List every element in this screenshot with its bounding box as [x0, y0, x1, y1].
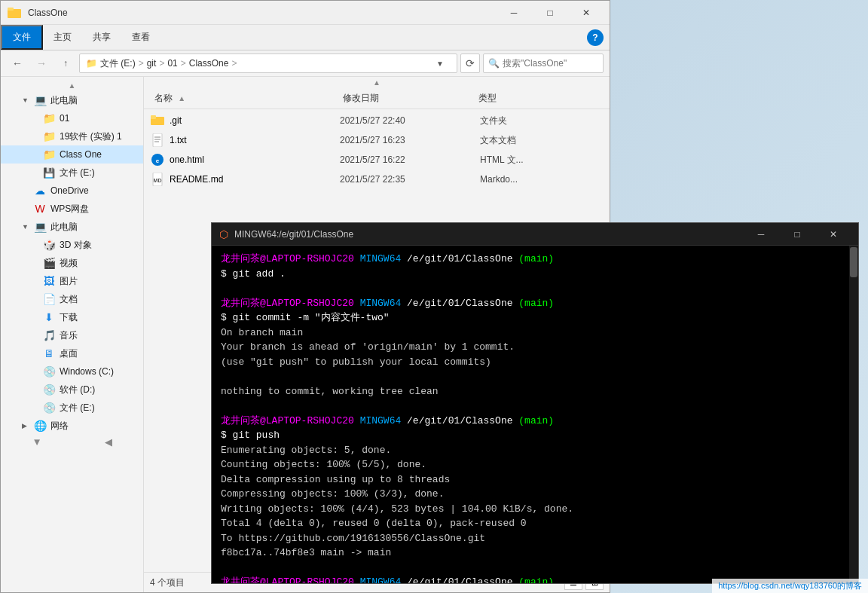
terminal-line-3: 龙井问茶@LAPTOP-RSHOJC20 MINGW64 /e/git/01/C… — [221, 414, 840, 429]
sidebar-item-onedrive[interactable]: ☁ OneDrive — [1, 182, 143, 200]
sidebar-item-thispc[interactable]: ▼ 💻 此电脑 — [1, 91, 143, 109]
file-type-html: HTML 文... — [480, 154, 604, 167]
maximize-button[interactable]: □ — [533, 1, 567, 25]
sidebar-label-desktop: 桌面 — [60, 347, 78, 360]
back-button[interactable]: ← — [7, 54, 28, 72]
pictures-icon: 🖼 — [43, 275, 55, 287]
close-button[interactable]: ✕ — [569, 1, 604, 25]
search-box[interactable]: 🔍 — [483, 53, 604, 73]
music-icon: 🎵 — [43, 329, 55, 341]
sidebar-label-19: 19软件 (实验) 1 — [60, 130, 122, 143]
sidebar-item-video[interactable]: 🎬 视频 — [1, 254, 143, 272]
tab-file[interactable]: 文件 — [1, 25, 43, 50]
terminal-blank-2 — [221, 369, 840, 384]
sidebar-label-documents: 文档 — [60, 293, 78, 306]
sidebar-item-drive-d[interactable]: 💿 软件 (D:) — [1, 381, 143, 399]
sidebar-label-onedrive: OneDrive — [50, 185, 89, 196]
sidebar-label-drive-c: Windows (C:) — [60, 366, 114, 377]
address-path[interactable]: 📁 文件 (E:) > git > 01 > ClassOne > ▼ — [79, 53, 457, 73]
col-header-type[interactable]: 类型 — [474, 90, 604, 107]
col-header-name[interactable]: 名称 ▲ — [150, 90, 338, 107]
sidebar-label-classone: Class One — [60, 149, 102, 160]
search-input[interactable] — [503, 58, 616, 69]
sidebar-item-drive-e[interactable]: 💾 文件 (E:) — [1, 164, 143, 182]
refresh-button[interactable]: ⟳ — [460, 53, 480, 73]
sidebar-item-3d[interactable]: 🎲 3D 对象 — [1, 236, 143, 254]
path-part-1: 文件 (E:) — [100, 57, 136, 70]
file-date-html: 2021/5/27 16:22 — [340, 154, 475, 165]
folder-icon — [7, 5, 22, 20]
help-button[interactable]: ? — [587, 29, 604, 46]
up-button[interactable]: ↑ — [55, 54, 76, 72]
sidebar-item-drive-e2[interactable]: 💿 文件 (E:) — [1, 399, 143, 417]
sidebar-scroll-controls: ▼ ◀ — [1, 435, 143, 449]
downloads-icon: ⬇ — [43, 311, 55, 323]
file-item-txt[interactable]: 1.txt 2021/5/27 16:23 文本文档 — [144, 130, 610, 150]
file-item-md[interactable]: MD README.md 2021/5/27 22:35 Markdo... — [144, 170, 610, 189]
sidebar-item-01[interactable]: 📁 01 — [1, 109, 143, 127]
sidebar-item-downloads[interactable]: ⬇ 下载 — [1, 308, 143, 326]
file-date-md: 2021/5/27 22:35 — [340, 174, 475, 185]
terminal-blank-3 — [221, 399, 840, 414]
drive-e2-icon: 💿 — [43, 402, 55, 414]
prompt-path-4: /e/git/01/ClassOne — [407, 576, 518, 583]
sidebar-item-19[interactable]: 📁 19软件 (实验) 1 — [1, 127, 143, 145]
terminal-minimize-button[interactable]: ─ — [744, 223, 778, 246]
file-icon-html: e — [150, 152, 165, 167]
drive-d-icon: 💿 — [43, 384, 55, 396]
sidebar-item-desktop[interactable]: 🖥 桌面 — [1, 344, 143, 362]
sidebar-scroll-up[interactable]: ▲ — [1, 80, 143, 91]
terminal-out-5: Enumerating objects: 5, done. — [221, 443, 840, 458]
sidebar-item-wps[interactable]: W WPS网盘 — [1, 200, 143, 218]
sidebar: ▲ ▼ 💻 此电脑 📁 01 📁 19软件 (实验) 1 📁 Class One — [1, 77, 144, 592]
separator-2: > — [159, 58, 164, 69]
col-header-date[interactable]: 修改日期 — [338, 90, 474, 107]
terminal-scrollbar[interactable] — [849, 246, 858, 583]
wps-icon: W — [34, 203, 46, 215]
tab-view[interactable]: 查看 — [121, 26, 160, 48]
forward-button[interactable]: → — [31, 54, 52, 72]
terminal-title: MINGW64:/e/git/01/ClassOne — [234, 229, 744, 240]
sort-arrow: ▲ — [178, 94, 185, 102]
terminal-out-8: Compressing objects: 100% (3/3), done. — [221, 487, 840, 502]
file-item-git[interactable]: .git 2021/5/27 22:40 文件夹 — [144, 111, 610, 130]
prompt-user-4: 龙井问茶@LAPTOP-RSHOJC20 — [221, 576, 354, 583]
sidebar-item-drive-c[interactable]: 💿 Windows (C:) — [1, 362, 143, 381]
tab-home[interactable]: 主页 — [43, 26, 82, 48]
path-part-4: ClassOne — [189, 58, 229, 69]
refresh-icon: ⟳ — [466, 57, 475, 69]
ribbon: 文件 主页 共享 查看 ? — [1, 25, 610, 50]
terminal-title-bar: ⬡ MINGW64:/e/git/01/ClassOne ─ □ ✕ — [212, 223, 858, 246]
svg-text:MD: MD — [154, 178, 162, 183]
documents-icon: 📄 — [43, 293, 55, 305]
sidebar-scroll-down[interactable]: ▼ — [32, 436, 41, 448]
terminal-body[interactable]: 龙井问茶@LAPTOP-RSHOJC20 MINGW64 /e/git/01/C… — [212, 246, 849, 583]
sidebar-collapse-btn[interactable]: ◀ — [105, 436, 112, 448]
drive-e-icon: 💾 — [43, 167, 55, 179]
terminal-scrollbar-thumb[interactable] — [850, 247, 857, 277]
file-type-git: 文件夹 — [480, 115, 604, 127]
sort-indicator: ▲ — [144, 77, 610, 88]
terminal-close-button[interactable]: ✕ — [816, 223, 851, 246]
prompt-branch-1: (main) — [518, 253, 554, 264]
sidebar-label-01: 01 — [60, 113, 69, 124]
thispc2-icon: 💻 — [34, 221, 46, 233]
sidebar-item-pictures[interactable]: 🖼 图片 — [1, 272, 143, 290]
prompt-shell-3: MINGW64 — [360, 415, 402, 426]
sidebar-item-classone[interactable]: 📁 Class One — [1, 145, 143, 164]
sidebar-item-network[interactable]: ▶ 🌐 网络 — [1, 417, 143, 435]
cmd-text-3: $ git push — [221, 429, 280, 441]
sidebar-item-thispc2[interactable]: ▼ 💻 此电脑 — [1, 218, 143, 236]
tab-share[interactable]: 共享 — [82, 26, 121, 48]
file-item-html[interactable]: e one.html 2021/5/27 16:22 HTML 文... — [144, 150, 610, 170]
explorer-title: ClassOne — [28, 8, 497, 18]
folder-classone-icon: 📁 — [43, 148, 55, 160]
file-name-txt: 1.txt — [170, 135, 335, 145]
prompt-path-3: /e/git/01/ClassOne — [407, 415, 518, 426]
sidebar-item-documents[interactable]: 📄 文档 — [1, 290, 143, 308]
minimize-button[interactable]: ─ — [497, 1, 531, 25]
path-dropdown-button[interactable]: ▼ — [429, 54, 451, 72]
terminal-maximize-button[interactable]: □ — [780, 223, 815, 246]
sidebar-item-music[interactable]: 🎵 音乐 — [1, 326, 143, 344]
file-name-md: README.md — [170, 174, 335, 185]
